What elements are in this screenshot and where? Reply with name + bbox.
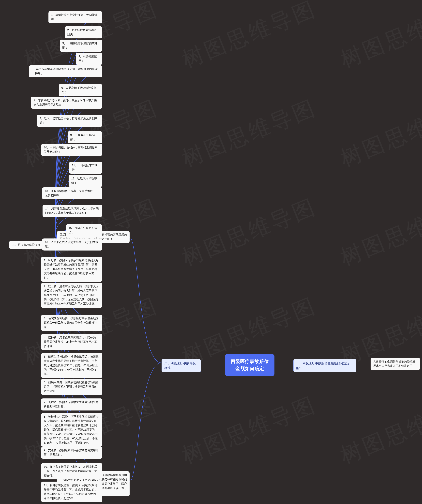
- section2-title[interactable]: 二、四级医疗事故评级标准: [161, 359, 201, 372]
- section3-title[interactable]: 三、医疗事故赔偿项目: [9, 241, 43, 249]
- criteria-item[interactable]: 10、一手除拇指、食指外，有两指近侧指间关节无功能；: [41, 144, 102, 156]
- compensation-item[interactable]: 1、医疗费：按照医疗事故对患者造成的人身损害进行治疗所发生的医疗费用计算，凭据支…: [41, 257, 102, 282]
- compensation-item[interactable]: 9、交通费：按照患者实际必需的交通费用计算，凭据支付。: [41, 447, 102, 459]
- criteria-item[interactable]: 5、器械或异物误入呼吸道或消化道，需全麻后内窥镜下取出；: [29, 65, 102, 77]
- compensation-item[interactable]: 2、误工费：患者有固定收入的，按照本人因误工减少的固定收入计算，对收入高于医疗事…: [41, 283, 102, 308]
- compensation-item[interactable]: 5、残疾生活补助费：根据伤残等级，按照医疗事故发生地居民年平均生活费计算，自定残…: [41, 353, 102, 378]
- mindmap-canvas: 树图思维导图 树图思维导图 树图思维导图 树图思维导图 树图思维导图 树图思维导…: [0, 0, 422, 504]
- criteria-item[interactable]: 2、面部轻度色素沉着或脱失；: [65, 26, 102, 38]
- criteria-item[interactable]: 11、一足拇趾末节缺失；: [69, 162, 102, 174]
- compensation-item[interactable]: 8、被扶养人生活费：以死者生前或者残疾者丧失劳动能力前实际扶养且没有劳动能力的人…: [41, 413, 102, 447]
- criteria-item[interactable]: 9、一拇指末节1/2缺损；: [68, 131, 102, 143]
- criteria-item[interactable]: 14、局部注射造成组织坏死，成人大于体表面积2%，儿童大于体表面积5%；: [42, 205, 102, 217]
- criteria-item[interactable]: 6、口周及颌面软组织轻度损伤；: [59, 84, 102, 96]
- criteria-item[interactable]: 13、体腔遗留异物已包裹，无需手术取出，无功能障碍；: [42, 187, 102, 199]
- center-topic[interactable]: 四级医疗事故赔偿金额如何确定: [225, 354, 274, 376]
- criteria-item[interactable]: 16、产后胎盘残留引起大出血，无其他并发症。: [42, 239, 102, 251]
- section1-title[interactable]: 一、四级医疗事故赔偿金额是如何规定的?: [293, 359, 357, 372]
- compensation-item[interactable]: 3、住院伙食补助费：按照医疗事故发生地国家机关一般工作人员的出差伙食补助标准计算…: [41, 315, 102, 331]
- criteria-item[interactable]: 8、组织、器官轻度损伤，行修补术后无功能障碍；: [37, 115, 102, 127]
- criteria-item[interactable]: 7、非解剖变异等因素，拔除上颌后牙时牙根或异物进入上颌窦需手术取出；: [31, 97, 102, 109]
- compensation-item[interactable]: 4、陪护费：患者住院期间需要专人陪护的，按照医疗事故发生地上一年度职工年平均工资…: [41, 334, 102, 350]
- section1-note[interactable]: 具体赔偿的金额是与当地的经济发展水平以及当事人的花销决定的。: [371, 358, 420, 370]
- criteria-item[interactable]: 3、一侧眼睑有明显缺损或外翻；: [60, 40, 102, 52]
- compensation-item[interactable]: 11、精神损害抚慰金：按照医疗事故发生地居民年平均生活费计算。造成患者死亡的，赔…: [41, 482, 102, 502]
- criteria-item[interactable]: 1、双侧轻度不完全性面瘫，无功能障碍；: [48, 11, 102, 23]
- compensation-item[interactable]: 10、住宿费：按照医疗事故发生地国家机关一般工作人员的出差住宿补助标准计算，凭据…: [41, 463, 102, 480]
- compensation-item[interactable]: 6、残疾用具费：因残疾需要配置补偿功能器具的，凭医疗机构证明，按照普及型器具的费…: [41, 379, 102, 395]
- criteria-item[interactable]: 12、软组织内异物滞留；: [69, 175, 102, 187]
- criteria-item[interactable]: 15、剖腹产引起胎儿损伤；: [66, 224, 102, 236]
- compensation-item[interactable]: 7、丧葬费：按照医疗事故发生地规定的丧葬费补助标准计算。: [41, 398, 102, 410]
- criteria-item[interactable]: 4、拔除健康恒牙；: [76, 53, 102, 65]
